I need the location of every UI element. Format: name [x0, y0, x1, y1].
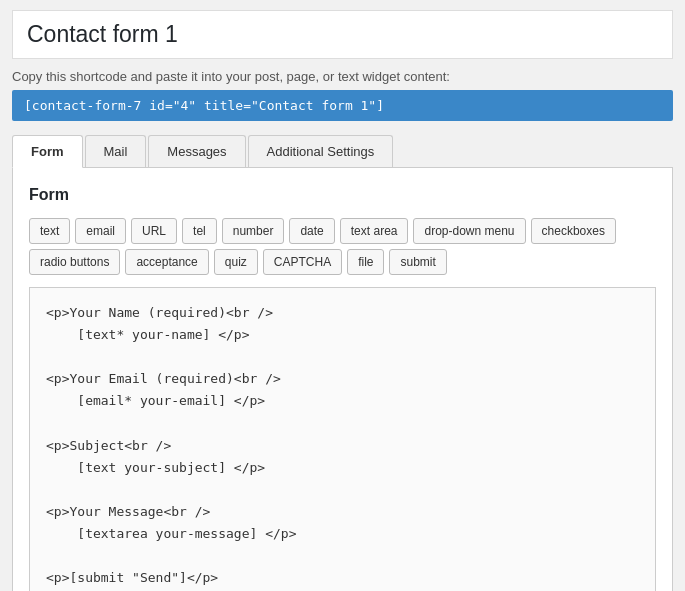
tag-btn-checkboxes[interactable]: checkboxes [531, 218, 616, 244]
tab-bar: Form Mail Messages Additional Settings [12, 135, 673, 168]
page-title: Contact form 1 [12, 10, 673, 59]
tag-btn-captcha[interactable]: CAPTCHA [263, 249, 342, 275]
tag-btn-radio[interactable]: radio buttons [29, 249, 120, 275]
tag-btn-quiz[interactable]: quiz [214, 249, 258, 275]
tag-button-group: text email URL tel number date text area… [29, 218, 656, 275]
tab-additional-settings[interactable]: Additional Settings [248, 135, 394, 167]
tag-btn-acceptance[interactable]: acceptance [125, 249, 208, 275]
tab-content-form: Form text email URL tel number date text… [12, 168, 673, 591]
tag-btn-text[interactable]: text [29, 218, 70, 244]
form-editor[interactable]: <p>Your Name (required)<br /> [text* you… [29, 287, 656, 591]
tag-btn-date[interactable]: date [289, 218, 334, 244]
tab-mail[interactable]: Mail [85, 135, 147, 167]
tag-btn-tel[interactable]: tel [182, 218, 217, 244]
tab-form[interactable]: Form [12, 135, 83, 168]
tag-btn-submit[interactable]: submit [389, 249, 446, 275]
tag-btn-number[interactable]: number [222, 218, 285, 244]
tag-btn-textarea[interactable]: text area [340, 218, 409, 244]
form-section-title: Form [29, 186, 656, 204]
tab-messages[interactable]: Messages [148, 135, 245, 167]
tag-btn-email[interactable]: email [75, 218, 126, 244]
tag-btn-dropdown[interactable]: drop-down menu [413, 218, 525, 244]
shortcode-label: Copy this shortcode and paste it into yo… [12, 69, 673, 84]
tag-btn-file[interactable]: file [347, 249, 384, 275]
shortcode-box[interactable]: [contact-form-7 id="4" title="Contact fo… [12, 90, 673, 121]
page-wrapper: Contact form 1 Copy this shortcode and p… [0, 0, 685, 591]
tag-btn-url[interactable]: URL [131, 218, 177, 244]
